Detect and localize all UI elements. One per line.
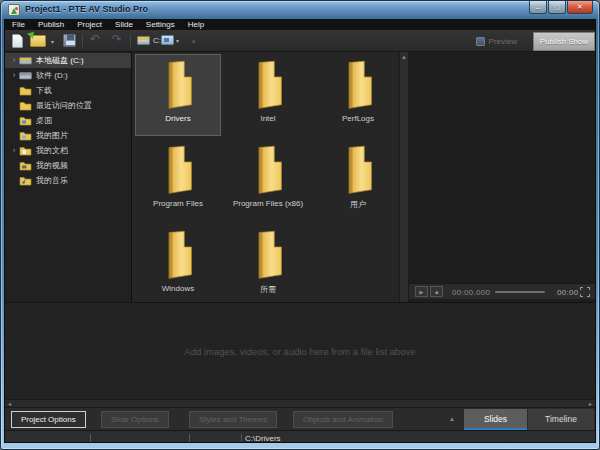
window-title: Project1 - PTE AV Studio Pro (25, 4, 148, 14)
expander-icon[interactable]: › (9, 53, 19, 68)
folder-tile-label: PerfLogs (342, 114, 374, 123)
new-project-button[interactable] (12, 34, 23, 48)
slide-drop-zone[interactable]: Add images, videos, or audio here from a… (5, 302, 595, 399)
redo-button[interactable]: ↷ (112, 32, 122, 46)
drive-icon (19, 70, 32, 81)
expander-icon[interactable]: › (9, 143, 19, 158)
elapsed-time: 00:00.000 (452, 288, 490, 297)
tree-item-label: 我的音乐 (36, 175, 68, 186)
tree-item-label: 我的图片 (36, 130, 68, 141)
scroll-up-icon[interactable]: ▲ (400, 54, 408, 60)
undo-icon: ↶ (90, 32, 100, 46)
menu-help[interactable]: Help (188, 20, 204, 30)
folder-tree: › 本地磁盘 (C:) › 软件 (D:) › 下载 › 最近访问的位置 › (5, 52, 132, 302)
open-folder-icon (30, 35, 46, 47)
expander-icon[interactable]: › (9, 68, 19, 83)
app-icon[interactable] (8, 4, 20, 16)
tree-item-recent-places[interactable]: › 最近访问的位置 (5, 98, 131, 113)
preview-pane: ▶ ■ 00:00.000 00:00 (409, 52, 595, 302)
folder-icon (248, 144, 288, 196)
tree-item-label: 我的文档 (36, 145, 68, 156)
tree-item-label: 本地磁盘 (C:) (36, 55, 84, 66)
folder-tile-drivers[interactable]: Drivers (135, 54, 221, 136)
maximize-icon: □ (555, 4, 559, 11)
fullscreen-icon[interactable] (580, 287, 590, 297)
minimize-button[interactable]: – (529, 1, 547, 14)
tree-item-label: 桌面 (36, 115, 52, 126)
redo-icon: ↷ (112, 32, 122, 46)
folder-tile-windows[interactable]: Windows (135, 224, 221, 306)
open-dropdown-caret-icon[interactable]: ▾ (51, 38, 54, 45)
title-bar[interactable]: Project1 - PTE AV Studio Pro – □ ✕ (1, 1, 599, 19)
folder-tile-suoxu[interactable]: 所需 (225, 224, 311, 306)
folder-icon (248, 59, 288, 111)
status-divider (90, 434, 91, 443)
drive-icon (137, 36, 150, 45)
project-options-button[interactable]: Project Options (11, 411, 86, 428)
close-icon: ✕ (577, 3, 583, 11)
maximize-button[interactable]: □ (548, 1, 566, 14)
drive-selector[interactable]: C: (137, 36, 161, 45)
folder-up-button[interactable]: ▲ (190, 37, 197, 44)
stop-button[interactable]: ■ (430, 286, 443, 297)
menu-project[interactable]: Project (77, 20, 102, 30)
tree-item-my-music[interactable]: › 我的音乐 (5, 173, 131, 188)
menu-settings[interactable]: Settings (146, 20, 175, 30)
play-button[interactable]: ▶ (415, 286, 428, 297)
publish-show-button[interactable]: Publish Show (533, 32, 595, 51)
tree-item-label: 我的视频 (36, 160, 68, 171)
folder-tile-program-files[interactable]: Program Files (135, 139, 221, 221)
folder-icon (158, 144, 198, 196)
folder-tile-program-files-x86[interactable]: Program Files (x86) (225, 139, 311, 221)
slide-list-scrollbar[interactable]: ◂ ▸ (5, 399, 595, 407)
folder-icon (19, 100, 32, 111)
close-button[interactable]: ✕ (567, 1, 593, 14)
menu-file[interactable]: File (12, 20, 25, 30)
file-browser-scrollbar[interactable]: ▲ (399, 52, 409, 302)
folder-icon (158, 59, 198, 111)
styles-and-themes-button[interactable]: Styles and Themes (189, 411, 277, 428)
folder-icon (19, 175, 32, 186)
tree-item-my-videos[interactable]: › 我的视频 (5, 158, 131, 173)
view-dropdown-caret-icon: ▾ (176, 37, 179, 44)
drive-icon (19, 55, 32, 66)
save-button[interactable] (63, 34, 76, 47)
open-project-button[interactable] (30, 35, 46, 47)
tab-timeline[interactable]: Timeline (528, 409, 594, 430)
toolbar-separator (130, 34, 131, 48)
tree-item-my-pictures[interactable]: › 我的图片 (5, 128, 131, 143)
tree-item-downloads[interactable]: › 下载 (5, 83, 131, 98)
tree-item-my-documents[interactable]: › 我的文档 (5, 143, 131, 158)
tree-item-desktop[interactable]: › 桌面 (5, 113, 131, 128)
preview-button[interactable]: Preview (476, 37, 517, 46)
folder-tile-label: 所需 (260, 284, 276, 295)
minimize-icon: – (536, 4, 540, 11)
tree-item-local-disk-c[interactable]: › 本地磁盘 (C:) (5, 53, 131, 68)
file-browser: Drivers Intel PerfLogs Program Files Pro… (132, 52, 399, 302)
folder-tile-perflogs[interactable]: PerfLogs (315, 54, 401, 136)
folder-tile-intel[interactable]: Intel (225, 54, 311, 136)
undo-button[interactable]: ↶ (90, 32, 100, 46)
objects-and-animation-button[interactable]: Objects and Animation (293, 411, 393, 428)
total-time: 00:00 (557, 288, 579, 297)
folder-tile-label: Drivers (165, 114, 190, 123)
status-current-path: C:\Drivers (245, 434, 281, 443)
play-icon: ▶ (420, 289, 424, 295)
menu-slide[interactable]: Slide (115, 20, 133, 30)
tree-item-software-d[interactable]: › 软件 (D:) (5, 68, 131, 83)
menu-publish[interactable]: Publish (38, 20, 64, 30)
stop-icon: ■ (435, 289, 438, 295)
slide-options-button[interactable]: Slide Options (101, 411, 169, 428)
new-document-icon (12, 34, 23, 48)
client-area: File Publish Project Slide Settings Help… (4, 19, 596, 443)
collapse-panel-icon[interactable]: ▲ (449, 416, 455, 422)
status-divider (189, 434, 190, 443)
seek-slider[interactable] (495, 291, 545, 293)
folder-icon (19, 130, 32, 141)
preview-label: Preview (489, 37, 517, 46)
folder-tile-users[interactable]: 用户 (315, 139, 401, 221)
tree-item-label: 最近访问的位置 (36, 100, 92, 111)
tab-slides[interactable]: Slides (464, 409, 527, 430)
view-mode-button[interactable]: ▾ (161, 35, 179, 45)
folder-tile-label: 用户 (350, 199, 366, 210)
